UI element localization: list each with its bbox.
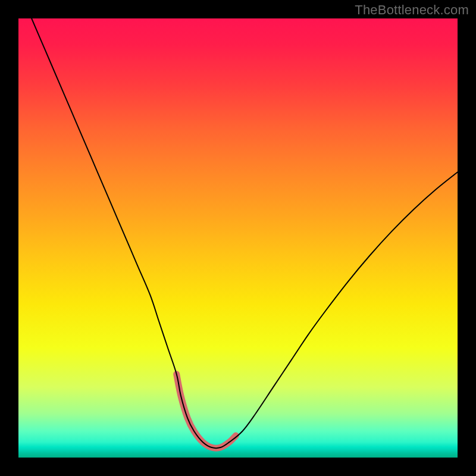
watermark-text: TheBottleneck.com — [355, 2, 469, 18]
bottleneck-curve-path — [32, 18, 458, 448]
chart-frame: TheBottleneck.com — [0, 0, 476, 476]
chart-svg — [18, 18, 458, 458]
